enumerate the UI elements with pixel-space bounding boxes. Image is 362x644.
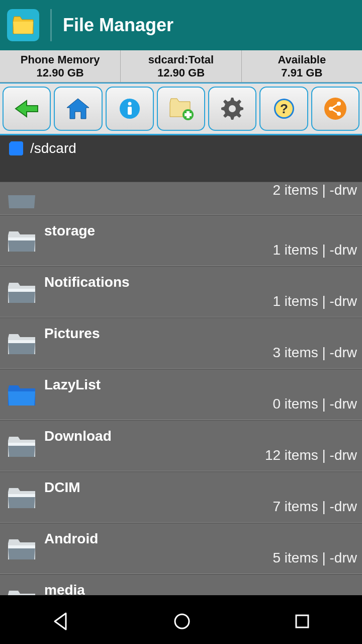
file-row[interactable]: media2 items | -drw [0,574,362,595]
svg-rect-2 [128,107,132,115]
folder-icon [6,483,37,511]
file-text: media2 items | -drw [44,582,357,595]
file-row[interactable]: storage1 items | -drw [0,215,362,266]
file-text: Android5 items | -drw [44,531,357,566]
svg-point-1 [128,102,131,106]
settings-button[interactable] [208,87,256,131]
file-name: storage [44,223,357,239]
file-name: Pictures [44,326,357,342]
current-path: /sdcard [30,140,76,156]
file-text: DCIM7 items | -drw [44,479,357,515]
file-name: DCIM [44,479,357,496]
file-meta: 5 items | -drw [273,550,357,566]
new-folder-button[interactable] [157,87,205,131]
gear-icon [220,96,245,121]
file-row[interactable]: Notifications1 items | -drw [0,266,362,317]
toolbar: ? [0,83,362,135]
folder-icon [6,534,37,562]
svg-rect-18 [8,340,35,343]
back-button[interactable] [3,87,51,131]
nav-recent-button[interactable] [293,612,311,632]
info-icon [119,98,141,120]
folder-icon [6,226,37,255]
storage-label: sdcard:Total [148,53,214,66]
storage-phone-memory[interactable]: Phone Memory 12.90 GB [0,50,120,82]
file-text: Download12 items | -drw [44,428,357,463]
file-name: LazyList [44,377,357,393]
storage-bar: Phone Memory 12.90 GB sdcard:Total 12.90… [0,50,362,83]
app-icon [7,9,39,41]
file-list: 2 items | -drwstorage1 items | -drwNotif… [0,182,362,595]
file-text: 2 items | -drw [44,182,357,198]
storage-value: 12.90 GB [37,66,84,79]
folder-icon [6,432,37,460]
file-name: media [44,582,357,595]
file-meta: 7 items | -drw [273,499,357,515]
file-text: Notifications1 items | -drw [44,274,357,309]
storage-label: Available [278,53,326,66]
home-button[interactable] [54,87,102,131]
folder-icon [6,329,37,357]
share-icon [324,97,347,120]
storage-value: 12.90 GB [157,66,205,79]
svg-rect-5 [185,113,192,116]
storage-sdcard-total[interactable]: sdcard:Total 12.90 GB [120,50,241,82]
nav-back-button[interactable] [51,611,71,633]
folder-blue-icon [6,380,37,409]
path-bar[interactable]: /sdcard [0,135,362,182]
home-icon [65,97,91,121]
nav-home-button[interactable] [172,611,192,633]
folder-icon [6,586,37,595]
storage-value: 7.91 GB [281,66,322,79]
file-row[interactable]: 2 items | -drw [0,182,362,215]
svg-point-6 [229,105,236,112]
file-text: storage1 items | -drw [44,223,357,258]
file-text: LazyList0 items | -drw [44,377,357,412]
svg-rect-16 [8,237,35,240]
file-row[interactable]: Android5 items | -drw [0,523,362,574]
storage-available[interactable]: Available 7.91 GB [241,50,362,82]
file-meta: 1 items | -drw [273,242,357,258]
svg-rect-19 [8,443,35,446]
svg-rect-17 [8,289,35,292]
folder-icon [6,278,37,306]
svg-rect-21 [8,545,35,548]
arrow-left-icon [13,99,41,119]
file-row[interactable]: Pictures3 items | -drw [0,317,362,369]
svg-text:?: ? [280,101,288,116]
header-divider [50,9,52,41]
file-name: Download [44,428,357,444]
file-meta: 0 items | -drw [273,396,357,412]
file-meta: 12 items | -drw [265,447,357,463]
file-row[interactable]: Download12 items | -drw [0,420,362,471]
info-button[interactable] [106,87,154,131]
app-header: File Manager [0,0,362,50]
storage-label: Phone Memory [21,53,100,66]
file-meta: 3 items | -drw [273,345,357,361]
svg-point-23 [175,614,189,628]
file-name: Notifications [44,274,357,290]
help-icon: ? [273,98,295,120]
system-nav-bar [0,601,362,644]
svg-point-10 [324,98,346,120]
file-meta: 2 items | -drw [273,182,357,198]
new-folder-icon [168,97,194,121]
file-text: Pictures3 items | -drw [44,326,357,361]
share-button[interactable] [311,87,359,131]
svg-rect-24 [296,615,308,627]
file-row[interactable]: DCIM7 items | -drw [0,471,362,523]
help-button[interactable]: ? [259,87,308,131]
app-title: File Manager [63,15,173,36]
svg-rect-20 [8,494,35,497]
file-row[interactable]: LazyList0 items | -drw [0,369,362,420]
file-meta: 1 items | -drw [273,293,357,309]
folder-icon [6,182,37,210]
sdcard-icon [9,141,23,155]
file-name: Android [44,531,357,547]
